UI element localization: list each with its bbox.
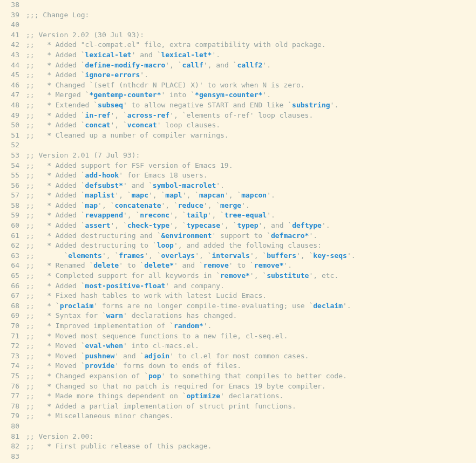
keyword-token: deftype [292,221,322,229]
comment-text: ' to allow negative START and END like ` [123,101,292,109]
keyword-token: concat [85,121,111,129]
comment-text: ', ` [111,111,127,119]
line-content: ;; * Added `most-positive-float' and com… [26,281,476,291]
keyword-token: *gensym-counter* [195,91,262,99]
keyword-token: loop [157,241,174,249]
keyword-token: revappend [85,211,123,219]
comment-text: '. [267,211,275,219]
line-number: 45 [0,70,26,80]
keyword-token: substitute [267,271,309,280]
comment-text: ', ` [182,191,199,199]
line-content: ;; * Added `map', `concatenate', `reduce… [26,201,476,211]
comment-text: ;; * Extended ` [26,101,98,109]
keyword-token: most-positive-float [85,282,166,290]
code-line: 38 [0,0,476,10]
code-line: 76;; * Changed so that no patch is requi… [0,382,476,392]
line-content: ;; * Renamed `delete' to `delete*' and `… [26,261,476,271]
code-line: 66;; * Added `most-positive-float' and c… [0,281,476,291]
comment-text: ' to cl.el for most common cases. [169,352,309,360]
line-content [26,140,476,151]
code-line: 50;; * Added `concat', `vconcat' loop cl… [0,120,476,131]
line-content: ;; * Added `concat', `vconcat' loop clau… [26,120,476,131]
comment-text: ;; * Added ` [26,61,85,69]
line-content: ;; * Added "cl-compat.el" file, extra co… [26,40,476,50]
line-number: 67 [0,291,26,301]
comment-text: ;; ` [26,251,68,260]
comment-text: ', ` [111,221,127,229]
keyword-token: warn [106,311,123,319]
line-content: ;; * Added a partial implementation of s… [26,401,476,412]
code-line: 75;; * Changed expansion of `pop' to som… [0,371,476,382]
keyword-token: ignore-errors [85,71,140,79]
comment-text: ;; * Moved ` [26,342,85,350]
keyword-token: concatenate [114,201,161,209]
code-line: 42;; * Added "cl-compat.el" file, extra … [0,40,476,50]
line-number: 41 [0,30,26,40]
keyword-token: mapl [165,191,182,199]
line-content: ;; * Added destructuring to `loop', and … [26,241,476,251]
line-content: ;; * Syntax for `warn' declarations has … [26,311,476,321]
line-content: ;; * First public release of this packag… [26,441,476,452]
comment-text: ' forms are no longer compile-time-evalu… [93,302,313,310]
keyword-token: key-seqs [313,251,347,260]
comment-text: ' loop clauses. [157,121,220,129]
comment-text: ', ` [148,191,165,199]
keyword-token: callf2 [237,61,262,69]
code-line: 58;; * Added `map', `concatenate', `redu… [0,201,476,211]
keyword-token: frames [119,251,144,260]
code-line: 54;; * Added support for FSF version of … [0,161,476,171]
line-number: 53 [0,151,26,161]
comment-text: ', etc. [309,271,338,280]
comment-text: ', ` [208,211,225,219]
line-content: ;; * Changed expansion of `pop' to somet… [26,371,476,382]
line-number: 65 [0,271,26,281]
keyword-token: pushnew [85,352,115,360]
line-content: ;; * Added `lexical-let' and `lexical-le… [26,50,476,60]
keyword-token: provide [85,362,115,370]
keyword-token: nreconc [140,211,169,219]
line-number: 44 [0,60,26,71]
comment-text: ;; * Added ` [26,201,85,209]
line-content: ;; * Completed support for all keywords … [26,271,476,281]
line-number: 69 [0,311,26,321]
line-number: 77 [0,391,26,401]
keyword-token: declaim [313,302,343,310]
code-line: 61;; * Added destructuring and `&environ… [0,231,476,241]
comment-text: ', ` [169,221,186,229]
comment-text: ;; Version 2.01 (7 Jul 93): [26,151,140,159]
line-content [26,20,476,30]
code-line: 43;; * Added `lexical-let' and `lexical-… [0,50,476,60]
code-line: 49;; * Added `in-ref', `across-ref', `el… [0,111,476,121]
comment-text: ' and ` [174,261,203,269]
comment-text: ;; * Moved ` [26,352,85,360]
keyword-token: eval-when [85,342,123,350]
comment-text: ;; * Improved implementation of ` [26,322,174,330]
line-number: 64 [0,261,26,271]
comment-text: ;; * Added ` [26,282,85,290]
comment-text: '. [309,232,317,240]
line-content: ;; * Moved `provide' forms down to ends … [26,361,476,371]
keyword-token: remove* [220,271,250,280]
line-content: ;; `elements', `frames', `overlays', `in… [26,251,476,261]
code-line: 78;; * Added a partial implementation of… [0,401,476,412]
comment-text: ;; * Fixed hash tables to work with late… [26,291,267,299]
code-view: 3839;;; Change Log:4041;; Version 2.02 (… [0,0,476,461]
code-line: 67;; * Fixed hash tables to work with la… [0,291,476,301]
comment-text: ;; * Added support for FSF version of Em… [26,161,233,169]
comment-text: ', `elements of-ref' loop clauses. [169,111,313,119]
code-line: 60;; * Added `assert', `check-type', `ty… [0,221,476,231]
line-number: 72 [0,341,26,351]
keyword-token: callf [182,61,203,69]
line-content [26,452,476,462]
code-line: 55;; * Added `add-hook' for Emacs 18 use… [0,171,476,181]
code-line: 80 [0,421,476,432]
comment-text: ', ` [203,201,220,209]
code-line: 64;; * Renamed `delete' to `delete*' and… [0,261,476,271]
keyword-token: add-hook [85,171,119,179]
keyword-token: &environment [161,232,212,240]
keyword-token: tailp [186,211,207,219]
line-number: 51 [0,131,26,141]
line-number: 80 [0,421,26,432]
comment-text: ' for Emacs 18 users. [119,171,207,179]
line-content: ;; * Added `add-hook' for Emacs 18 users… [26,171,476,181]
